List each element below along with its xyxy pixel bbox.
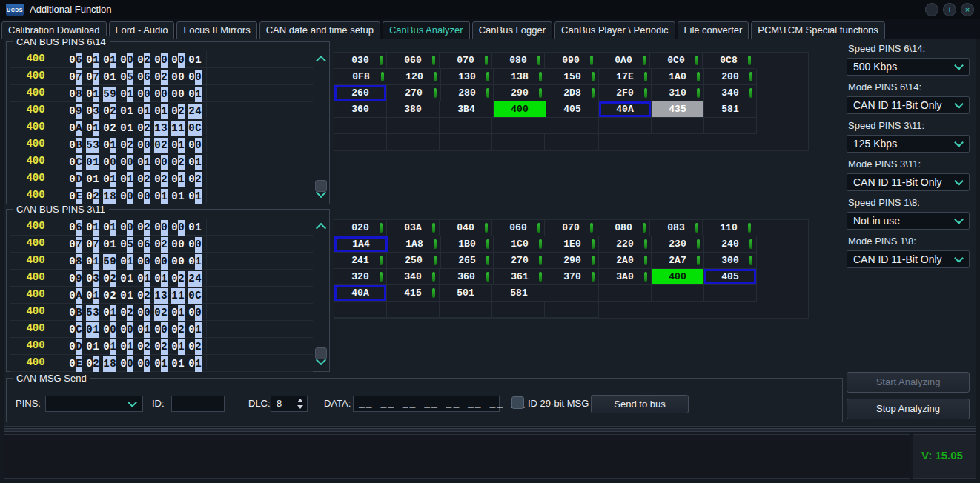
can-id-cell[interactable]: 2A0	[599, 253, 652, 269]
can-msg-row[interactable]: 4000D01010102020102	[10, 170, 313, 187]
can-msg-row[interactable]: 4000801590100000001	[10, 253, 313, 270]
can-id-cell[interactable]: 240	[704, 236, 757, 253]
can-id-cell[interactable]: 400	[494, 101, 546, 118]
can-id-cell[interactable]: 150	[546, 69, 599, 85]
can-id-cell[interactable]: 110	[703, 220, 755, 236]
can-id-cell[interactable]: 1B0	[441, 236, 494, 253]
can-id-cell[interactable]: 415	[387, 285, 440, 302]
can-id-cell[interactable]: 138	[494, 69, 546, 85]
can-id-cell[interactable]: 501	[440, 285, 492, 302]
can-id-cell[interactable]: 265	[441, 253, 494, 269]
can-id-cell[interactable]: 3A0	[599, 269, 652, 285]
can-id-cell[interactable]: 030	[334, 53, 387, 69]
scroll-down-icon[interactable]	[317, 186, 325, 199]
tab-canbus-player-periodic[interactable]: CanBus Player \ Periodic	[554, 21, 675, 39]
can-msg-row[interactable]: 4000601010002000001	[10, 51, 313, 68]
can-msg-row[interactable]: 4000903020101010224	[10, 102, 313, 119]
can-id-cell[interactable]: 2A7	[652, 253, 704, 269]
can-id-cell[interactable]: 340	[387, 269, 440, 285]
can-id-cell[interactable]: 17E	[599, 69, 652, 85]
can-id-cell[interactable]: 360	[440, 269, 494, 285]
start-analyzing-button[interactable]: Start Analyzing	[847, 372, 970, 393]
can-id-cell[interactable]: 220	[599, 236, 652, 253]
can-id-cell[interactable]: 260	[334, 85, 387, 101]
can-id-cell[interactable]: 360	[334, 101, 387, 118]
select-speed-pins-1-8[interactable]: Not in use	[847, 212, 970, 230]
can-id-cell[interactable]: 300	[704, 253, 757, 269]
can-msg-row[interactable]: 4000707010506020000	[10, 236, 313, 253]
pins-select[interactable]	[45, 396, 143, 412]
tab-ford-audio[interactable]: Ford - Audio	[109, 21, 175, 39]
tab-can-date-and-time-setup[interactable]: CAN date and time setup	[259, 21, 380, 39]
tab-focus-ii-mirrors[interactable]: Focus II Mirrors	[176, 21, 256, 39]
select-speed-pins-6-14[interactable]: 500 Kbps	[847, 58, 970, 76]
can-id-cell[interactable]: 130	[441, 69, 494, 85]
can-msg-row[interactable]: 4000E02180000010101	[10, 355, 313, 372]
can-id-cell[interactable]: 320	[334, 269, 387, 285]
can-id-cell[interactable]: 290	[546, 253, 599, 269]
can-id-cell[interactable]: 310	[652, 85, 704, 101]
can-id-cell[interactable]: 1A4	[334, 236, 388, 253]
can-id-cell[interactable]: 280	[441, 85, 494, 101]
can-id-cell[interactable]: 581	[492, 285, 546, 302]
can-id-cell[interactable]: 0C8	[703, 53, 755, 69]
tab-canbus-analyzer[interactable]: CanBus Analyzer	[383, 21, 470, 39]
can-msg-row[interactable]: 4000A0102010213110C	[10, 287, 313, 304]
stop-analyzing-button[interactable]: Stop Analyzing	[847, 399, 970, 419]
can-msg-row[interactable]: 4000B53010200020100	[10, 136, 313, 153]
can-id-cell[interactable]: 120	[388, 69, 441, 85]
stepper-up-icon[interactable]	[295, 397, 305, 404]
can-id-cell[interactable]: 080	[492, 53, 545, 69]
can-msg-row[interactable]: 4000707010506020000	[10, 68, 313, 85]
can-id-cell[interactable]: 070	[440, 53, 492, 69]
can-id-cell[interactable]: 250	[387, 253, 441, 269]
can-msg-row[interactable]: 4000C01000001000201	[10, 321, 313, 338]
id-29bit-checkbox[interactable]	[511, 396, 524, 409]
can-id-cell[interactable]: 083	[650, 220, 703, 236]
can-id-cell[interactable]: 581	[704, 101, 757, 118]
can-id-cell[interactable]: 405	[704, 269, 757, 285]
send-to-bus-button[interactable]: Send to bus	[591, 395, 689, 413]
scroll-up-icon[interactable]	[317, 54, 325, 67]
can-id-cell[interactable]: 0A0	[597, 53, 650, 69]
select-mode-pins-6-14[interactable]: CAN ID 11-Bit Only	[847, 96, 970, 114]
can-id-cell[interactable]: 03A	[387, 220, 440, 236]
can-id-cell[interactable]: 270	[387, 85, 441, 101]
can-id-cell[interactable]: 090	[545, 53, 597, 69]
can-id-cell[interactable]: 270	[494, 253, 546, 269]
can-id-cell[interactable]: 40A	[599, 101, 652, 118]
select-mode-pins-1-8[interactable]: CAN ID 11-Bit Only	[847, 250, 970, 268]
can-msg-row[interactable]: 4000B53010200020100	[10, 304, 313, 321]
select-speed-pins-3-11[interactable]: 125 Kbps	[847, 135, 970, 153]
can-id-cell[interactable]: 060	[492, 220, 545, 236]
can-id-cell[interactable]: 040	[440, 220, 492, 236]
can-id-cell[interactable]: 1A8	[388, 236, 441, 253]
can-id-cell[interactable]: 1C0	[494, 236, 546, 253]
data-input[interactable]: __ __ __ __ __ __ __ __	[353, 396, 500, 412]
can-msg-row[interactable]: 4000801590100000001	[10, 85, 313, 102]
can-id-cell[interactable]: 2D8	[546, 85, 599, 101]
can-id-cell[interactable]: 400	[652, 269, 704, 285]
can-msg-row[interactable]: 4000A0102010213110C	[10, 119, 313, 136]
tab-canbus-logger[interactable]: CanBus Logger	[472, 21, 552, 39]
can-id-cell[interactable]: 200	[704, 69, 757, 85]
select-mode-pins-3-11[interactable]: CAN ID 11-Bit Only	[847, 173, 970, 191]
can-id-cell[interactable]: 2F0	[599, 85, 652, 101]
can-id-cell[interactable]: 241	[334, 253, 387, 269]
can-id-cell[interactable]: 361	[494, 269, 546, 285]
can-msg-row[interactable]: 4000601010002000001	[10, 219, 313, 236]
can-id-cell[interactable]: 230	[652, 236, 704, 253]
scroll-up-icon[interactable]	[317, 221, 325, 235]
can-msg-row[interactable]: 4000E02180000010101	[10, 187, 313, 204]
minimize-button[interactable]: −	[925, 3, 938, 16]
can-id-cell[interactable]: 290	[494, 85, 546, 101]
can-id-cell[interactable]: 080	[597, 220, 650, 236]
can-msg-row[interactable]: 4000C01000001000201	[10, 153, 313, 170]
can-id-cell[interactable]: 070	[545, 220, 597, 236]
can-msg-row[interactable]: 4000D01010102020102	[10, 338, 313, 355]
can-id-cell[interactable]: 060	[387, 53, 440, 69]
close-button[interactable]: ×	[961, 3, 974, 16]
can-id-cell[interactable]: 40A	[334, 285, 387, 302]
can-id-cell[interactable]: 1A0	[652, 69, 704, 85]
scroll-down-icon[interactable]	[317, 353, 325, 367]
